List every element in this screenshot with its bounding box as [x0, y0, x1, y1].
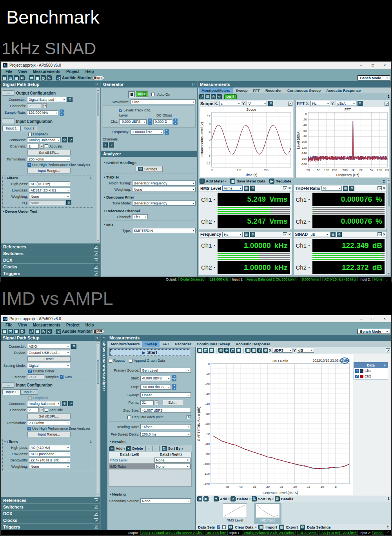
- section-references[interactable]: References: [1, 243, 100, 250]
- pin-icon[interactable]: +|: [103, 336, 105, 339]
- thumbnail-imd-ratio[interactable]: IMD Ratio: [254, 503, 281, 524]
- move-down-icon[interactable]: [155, 447, 157, 450]
- bargraph-icon[interactable]: [244, 232, 249, 237]
- output-connector-select[interactable]: ASIO▾: [27, 344, 70, 349]
- zoom-icon[interactable]: [218, 348, 223, 353]
- sweep-type-select[interactable]: Linear▾: [140, 392, 191, 397]
- section-triggers[interactable]: Triggers: [1, 523, 100, 530]
- pan-icon[interactable]: [224, 348, 229, 353]
- meter-settings-icon[interactable]: [250, 186, 255, 191]
- fft-x-select[interactable]: Hz▾: [310, 101, 330, 106]
- latency-input[interactable]: 2424: [27, 374, 44, 379]
- graph-settings-icon[interactable]: [263, 348, 268, 353]
- bench-mode-select[interactable]: Bench Mode▾: [358, 329, 390, 334]
- titlebar[interactable]: Ap Project.approjx - APx500 v6.0 –□×: [1, 62, 391, 69]
- input-range-button[interactable]: Input Range...: [27, 432, 71, 437]
- acoustic-checkbox[interactable]: [45, 408, 48, 412]
- generator-stop-button[interactable]: [129, 91, 135, 97]
- edit-points-button[interactable]: Edit...: [163, 400, 183, 405]
- unit-select[interactable]: Vrms▾: [222, 186, 243, 191]
- popout-icon[interactable]: [94, 512, 98, 516]
- recorder-icon[interactable]: [41, 329, 46, 334]
- ch1-selector[interactable]: Ch1▼: [201, 193, 216, 206]
- meter-popout-icon[interactable]: [283, 232, 287, 236]
- close-button[interactable]: ×: [383, 317, 386, 321]
- menu-view[interactable]: View: [18, 69, 27, 74]
- unit-select[interactable]: %▾: [321, 186, 342, 191]
- cursor-icon[interactable]: [236, 348, 241, 353]
- left-scrollbar[interactable]: ▲▼: [96, 88, 100, 243]
- save-graph-icon[interactable]: [197, 348, 202, 353]
- tab-input2[interactable]: Input 2: [20, 389, 38, 395]
- monitor-icon[interactable]: [47, 329, 52, 334]
- last-icon[interactable]: [203, 496, 209, 501]
- export-label[interactable]: Export: [286, 525, 298, 529]
- copy-graph-icon[interactable]: [203, 348, 208, 353]
- graph-popout-icon[interactable]: [386, 348, 390, 352]
- legend-ch2[interactable]: Ch2: [354, 374, 388, 379]
- add-label[interactable]: Add: [220, 497, 227, 501]
- presweep-delay-select[interactable]: 200.0 ms▾: [140, 432, 191, 437]
- ch2-selector[interactable]: Ch2▼: [201, 261, 216, 274]
- analyzer-settings-button[interactable]: Settings...: [136, 166, 163, 172]
- left-scrollbar[interactable]: ▲▼: [96, 341, 100, 496]
- low-pass-select[interactable]: AES17 (20 kHz)▾: [29, 188, 70, 193]
- fft-y-select[interactable]: dBrA▾: [336, 101, 356, 106]
- enable-dither-checkbox[interactable]: [28, 370, 32, 373]
- ch2-selector[interactable]: Ch2▼: [296, 215, 311, 228]
- tab-input1[interactable]: Input 1: [2, 389, 20, 395]
- bench-mode-select[interactable]: Bench Mode▾: [358, 75, 390, 80]
- sort-label[interactable]: Sort By: [258, 497, 271, 501]
- save-project-icon[interactable]: [14, 75, 19, 80]
- maximize-button[interactable]: □: [372, 63, 374, 67]
- export-icon[interactable]: [279, 525, 284, 530]
- meter-close-icon[interactable]: ×: [383, 232, 385, 237]
- speaker-icon[interactable]: [56, 75, 61, 80]
- history-icon[interactable]: [211, 94, 216, 99]
- clear-data-label[interactable]: Clear Data: [235, 525, 253, 529]
- close-button[interactable]: ×: [383, 63, 386, 67]
- menu-measurements[interactable]: Measurements: [33, 69, 60, 74]
- levels-track-checkbox[interactable]: [119, 109, 122, 112]
- audible-monitor-toggle[interactable]: OFF: [93, 329, 104, 334]
- meter-close-icon[interactable]: ×: [289, 232, 291, 237]
- delete-result-label[interactable]: Delete: [132, 447, 143, 450]
- result-row-rms[interactable]: RMS LevelNone▼: [109, 457, 191, 463]
- bargraph-icon[interactable]: [244, 186, 249, 191]
- meter-settings-icon[interactable]: [337, 232, 342, 237]
- frequency-input[interactable]: 1.00000 kHz▾: [131, 129, 163, 135]
- gen-ch2-button[interactable]: 2: [109, 142, 114, 148]
- clear-data-icon[interactable]: [228, 525, 233, 530]
- add-meter-button[interactable]: Add Meter▾: [200, 179, 226, 184]
- collapse-icon[interactable]: [89, 440, 92, 443]
- titlebar[interactable]: Ap Project.approjx - APx500 v6.0 –□×: [1, 315, 391, 322]
- delete-result-icon[interactable]: [126, 446, 131, 451]
- tune-mode-select[interactable]: Generator Frequency▾: [132, 201, 196, 206]
- data-settings-icon[interactable]: [300, 525, 305, 530]
- generator-on-toggle[interactable]: ON: [136, 91, 148, 97]
- meter-popout-icon[interactable]: [283, 186, 287, 190]
- section-triggers[interactable]: Triggers: [1, 270, 100, 277]
- analyzer-weighting-select[interactable]: None▾: [132, 187, 196, 192]
- set-dbspl-button[interactable]: Set dBSPL...: [27, 414, 71, 419]
- channels-spinner[interactable]: ▴▾: [43, 103, 47, 108]
- bargraph-icon[interactable]: [330, 232, 336, 237]
- add-icon[interactable]: [214, 496, 219, 501]
- waveform-select[interactable]: Sine▾: [131, 99, 196, 104]
- popout-icon[interactable]: [94, 252, 98, 255]
- import-icon[interactable]: [258, 525, 263, 530]
- add-result-label[interactable]: Add: [116, 447, 123, 450]
- connector-settings-icon[interactable]: [67, 97, 73, 102]
- imd-type-select[interactable]: SMPTE/DIN▾: [132, 228, 196, 233]
- move-up-icon[interactable]: [148, 447, 150, 450]
- section-switchers[interactable]: Switchers: [1, 250, 100, 257]
- menu-file[interactable]: File: [5, 69, 12, 74]
- meters-icon[interactable]: [35, 75, 40, 80]
- menu-help[interactable]: Help: [85, 69, 94, 74]
- input-range-button[interactable]: Input Range...: [27, 168, 71, 173]
- speaker-icon[interactable]: [56, 329, 61, 334]
- meter-settings-icon[interactable]: [349, 186, 354, 191]
- menu-view[interactable]: View: [18, 323, 27, 327]
- input-connector-select[interactable]: Analog Balanced▾: [27, 401, 61, 406]
- settings-icon[interactable]: [20, 75, 25, 80]
